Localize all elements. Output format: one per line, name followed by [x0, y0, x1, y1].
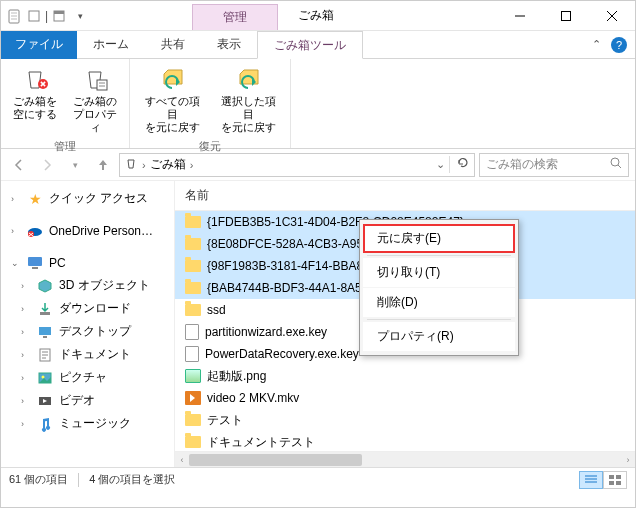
path-segment[interactable]: ごみ箱	[150, 156, 186, 173]
file-row[interactable]: video 2 MKV.mkv	[175, 387, 635, 409]
svg-rect-12	[28, 257, 42, 266]
maximize-button[interactable]	[543, 1, 589, 31]
view-toggle	[579, 471, 627, 489]
context-menu-item[interactable]: 削除(D)	[363, 288, 515, 317]
svg-point-19	[42, 375, 45, 378]
video-icon	[185, 391, 201, 405]
download-icon	[37, 301, 53, 317]
file-row[interactable]: 起動版.png	[175, 365, 635, 387]
context-menu: 元に戻す(E)切り取り(T)削除(D)プロパティ(R)	[359, 219, 519, 356]
svg-rect-14	[40, 312, 50, 315]
window-controls	[497, 1, 635, 31]
context-menu-item[interactable]: プロパティ(R)	[363, 322, 515, 351]
ribbon-collapse-icon[interactable]: ⌃	[592, 38, 601, 51]
file-row[interactable]: テスト	[175, 409, 635, 431]
folder-icon	[185, 260, 201, 272]
back-button[interactable]	[7, 153, 31, 177]
svg-rect-1	[29, 11, 39, 21]
folder-icon	[185, 282, 201, 294]
nav-quick-access[interactable]: › ★ クイック アクセス	[1, 187, 174, 210]
file-icon	[185, 324, 199, 340]
pc-icon	[27, 255, 43, 271]
nav-item-music[interactable]: ›ミュージック	[1, 412, 174, 435]
restore-all-button[interactable]: すべての項目 を元に戻す	[136, 61, 208, 137]
file-name: ssd	[207, 303, 226, 317]
file-tab[interactable]: ファイル	[1, 31, 77, 59]
recycle-props-label: ごみ箱の プロパティ	[71, 95, 119, 135]
ribbon-group-restore: すべての項目 を元に戻す 選択した項目 を元に戻す 復元	[130, 59, 291, 148]
cube-icon	[37, 278, 53, 294]
forward-button[interactable]	[35, 153, 59, 177]
file-row[interactable]: ドキュメントテスト	[175, 431, 635, 451]
nav-item-picture[interactable]: ›ピクチャ	[1, 366, 174, 389]
file-name: テスト	[207, 412, 243, 429]
svg-rect-22	[616, 475, 621, 479]
empty-recycle-label: ごみ箱を 空にする	[13, 95, 57, 121]
nav-item-desktop[interactable]: ›デスクトップ	[1, 320, 174, 343]
recycle-props-icon	[80, 63, 110, 93]
nav-onedrive[interactable]: › OneDrive Person…	[1, 220, 174, 242]
file-name: {8E08DFCE-528A-4CB3-A95B…	[207, 237, 383, 251]
recycle-props-button[interactable]: ごみ箱の プロパティ	[67, 61, 123, 137]
view-icons-button[interactable]	[603, 471, 627, 489]
ribbon-right-controls: ⌃ ?	[584, 37, 635, 53]
restore-selected-button[interactable]: 選択した項目 を元に戻す	[212, 61, 284, 137]
qat-overflow[interactable]: ▾	[70, 7, 88, 25]
file-list: {1FDEB3B5-1C31-4D04-B2F8-CD08E4582E47}{8…	[175, 211, 635, 451]
search-input[interactable]: ごみ箱の検索	[479, 153, 629, 177]
file-name: PowerDataRecovery.exe.key	[205, 347, 359, 361]
minimize-button[interactable]	[497, 1, 543, 31]
restore-all-label: すべての項目 を元に戻す	[140, 95, 204, 135]
restore-all-icon	[157, 63, 187, 93]
status-selected: 4 個の項目を選択	[89, 472, 175, 487]
nav-item-download[interactable]: ›ダウンロード	[1, 297, 174, 320]
restore-selected-icon	[233, 63, 263, 93]
file-list-area: 名前 {1FDEB3B5-1C31-4D04-B2F8-CD08E4582E47…	[175, 181, 635, 467]
image-icon	[185, 369, 201, 383]
ribbon-tab-recycle-tools[interactable]: ごみ箱ツール	[257, 31, 363, 59]
ribbon-group-manage: ごみ箱を 空にする ごみ箱の プロパティ 管理	[1, 59, 130, 148]
ribbon-tab-view[interactable]: 表示	[201, 31, 257, 59]
ribbon-tab-home[interactable]: ホーム	[77, 31, 145, 59]
ribbon-tabs: ファイル ホーム 共有 表示 ごみ箱ツール ⌃ ?	[1, 31, 635, 59]
refresh-button[interactable]	[449, 156, 470, 173]
address-path[interactable]: › ごみ箱 › ⌄	[119, 153, 475, 177]
help-icon[interactable]: ?	[611, 37, 627, 53]
video-icon	[37, 393, 53, 409]
view-details-button[interactable]	[579, 471, 603, 489]
status-total: 61 個の項目	[9, 472, 68, 487]
nav-item-cube[interactable]: ›3D オブジェクト	[1, 274, 174, 297]
ribbon-tab-share[interactable]: 共有	[145, 31, 201, 59]
star-icon: ★	[27, 191, 43, 207]
column-header-name[interactable]: 名前	[175, 181, 635, 211]
titlebar: | ▾ 管理 ごみ箱	[1, 1, 635, 31]
folder-icon	[185, 216, 201, 228]
nav-item-video[interactable]: ›ビデオ	[1, 389, 174, 412]
context-menu-item[interactable]: 切り取り(T)	[363, 258, 515, 287]
music-icon	[37, 416, 53, 432]
onedrive-icon	[27, 223, 43, 239]
nav-pc[interactable]: ⌄ PC	[1, 252, 174, 274]
horizontal-scrollbar[interactable]: ‹ ›	[175, 451, 635, 467]
status-bar: 61 個の項目 4 個の項目を選択	[1, 467, 635, 491]
up-button[interactable]	[91, 153, 115, 177]
app-icon	[5, 7, 23, 25]
folder-icon	[185, 304, 201, 316]
hscroll-thumb[interactable]	[189, 454, 362, 466]
close-button[interactable]	[589, 1, 635, 31]
folder-icon	[185, 436, 201, 448]
recycle-bin-icon	[124, 156, 138, 173]
qat-btn-2[interactable]	[50, 7, 68, 25]
nav-item-document[interactable]: ›ドキュメント	[1, 343, 174, 366]
empty-recycle-button[interactable]: ごみ箱を 空にする	[7, 61, 63, 123]
svg-rect-24	[616, 481, 621, 485]
qat-btn-1[interactable]	[25, 7, 43, 25]
file-name: partitionwizard.exe.key	[205, 325, 327, 339]
context-menu-item[interactable]: 元に戻す(E)	[363, 224, 515, 253]
svg-rect-23	[609, 481, 614, 485]
file-name: ドキュメントテスト	[207, 434, 315, 451]
quick-access-toolbar: | ▾	[1, 7, 92, 25]
folder-icon	[185, 414, 201, 426]
recent-dropdown[interactable]: ▾	[63, 153, 87, 177]
address-dropdown[interactable]: ⌄	[436, 158, 445, 171]
